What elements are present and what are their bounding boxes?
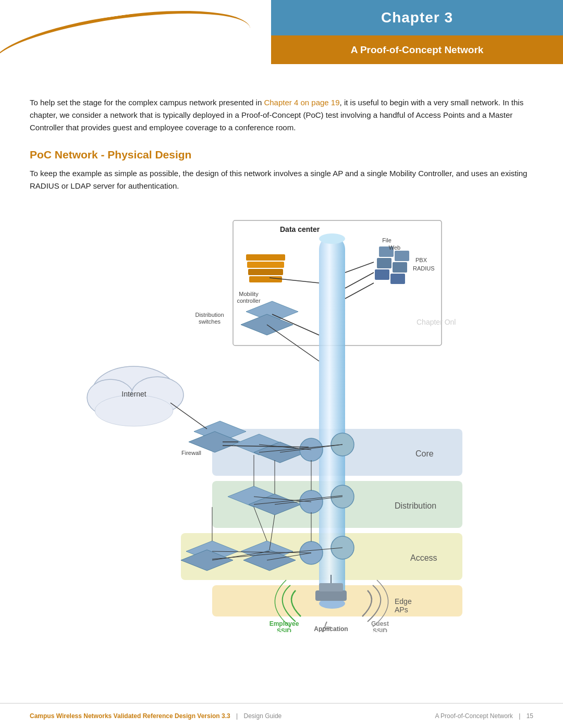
- internet-cloud: Internet: [87, 366, 183, 426]
- server-to-tube2: [345, 273, 374, 288]
- chapter4-link[interactable]: Chapter 4 on page 19: [264, 98, 339, 107]
- radius-label: RADIUS: [413, 265, 435, 272]
- server2a: [395, 251, 409, 261]
- mobility-controller-device: Mobility controller: [237, 254, 285, 304]
- footer-page-number: 15: [527, 712, 533, 720]
- footer-divider: |: [236, 712, 239, 720]
- ap-base: [315, 590, 347, 601]
- footer-left-section: Campus Wireless Networks Validated Refer…: [30, 712, 282, 720]
- main-content: To help set the stage for the complex ca…: [0, 81, 563, 663]
- network-diagram: Core Distribution Access Edge APs Data c…: [30, 205, 533, 632]
- intro-paragraph: To help set the stage for the complex ca…: [30, 96, 533, 134]
- employee-ssid-label2: SSID: [277, 627, 291, 632]
- web-label: Web: [389, 244, 400, 251]
- server1b: [377, 258, 391, 268]
- edge-aps-label2: APs: [395, 606, 408, 614]
- mc-plate4: [249, 276, 282, 282]
- file-label: File: [382, 237, 391, 243]
- footer-page-divider: |: [519, 712, 522, 720]
- footer-right-text: A Proof-of-Concept Network: [435, 712, 512, 720]
- ap-body: [319, 583, 343, 591]
- chapter-title: Chapter 3: [381, 9, 453, 26]
- server1c: [375, 269, 389, 280]
- distribution-label: Distribution: [395, 501, 436, 510]
- dist-to-tube2: [267, 325, 319, 361]
- mc-plate1: [246, 254, 285, 261]
- data-center-label: Data center: [280, 225, 320, 233]
- cloud-bottom: [95, 395, 173, 426]
- internet-label: Internet: [121, 390, 146, 398]
- dist-switches-label2: switches: [199, 318, 221, 325]
- chapter-header: Chapter 3 A Proof-of-Concept Network: [0, 0, 563, 81]
- guest-ssid-label2: SSID: [373, 627, 387, 632]
- employee-ssid-label1: Employee: [270, 620, 299, 627]
- mc-label2: controller: [237, 298, 261, 304]
- servers-group: File Web PBX RADIUS: [375, 237, 435, 284]
- footer: Campus Wireless Networks Validated Refer…: [0, 703, 563, 728]
- footer-left-text: Campus Wireless Networks Validated Refer…: [30, 712, 230, 720]
- app-ssid-label1: Application: [314, 625, 348, 632]
- server-to-tube3: [345, 283, 374, 299]
- subtitle-text: A Proof-of-Concept Network: [351, 44, 484, 56]
- mc-plate3: [248, 269, 283, 275]
- tube-top: [319, 233, 345, 244]
- pbx-label: PBX: [415, 257, 427, 263]
- footer-right-section: A Proof-of-Concept Network | 15: [435, 712, 533, 720]
- arc-decoration: [0, 0, 252, 75]
- footer-guide-text: Design Guide: [244, 712, 282, 720]
- mc-plate2: [247, 262, 284, 268]
- edge-aps-label: Edge: [395, 597, 412, 606]
- firewall-label: Firewall: [181, 450, 201, 456]
- chapter-title-box: Chapter 3: [271, 0, 563, 35]
- diagram-svg: Core Distribution Access Edge APs Data c…: [30, 205, 533, 632]
- section-intro: To keep the example as simple as possibl…: [30, 167, 533, 192]
- server2b: [393, 262, 407, 273]
- chapter-only-watermark: Chapter Onl: [417, 318, 456, 326]
- guest-ssid-label1: Guest: [371, 620, 389, 627]
- subtitle-box: A Proof-of-Concept Network: [271, 35, 563, 64]
- dist-switches-label1: Distribution: [195, 312, 224, 318]
- internet-to-firewall: [170, 403, 207, 429]
- server2c: [390, 274, 405, 284]
- access-label: Access: [410, 553, 437, 562]
- intro-text-part1: To help set the stage for the complex ca…: [30, 98, 264, 107]
- server-to-tube: [345, 262, 374, 273]
- mc-label1: Mobility: [239, 291, 259, 297]
- distribution-switches-group: Distribution switches: [195, 301, 298, 335]
- section-title: PoC Network - Physical Design: [30, 149, 533, 161]
- core-label: Core: [415, 449, 434, 458]
